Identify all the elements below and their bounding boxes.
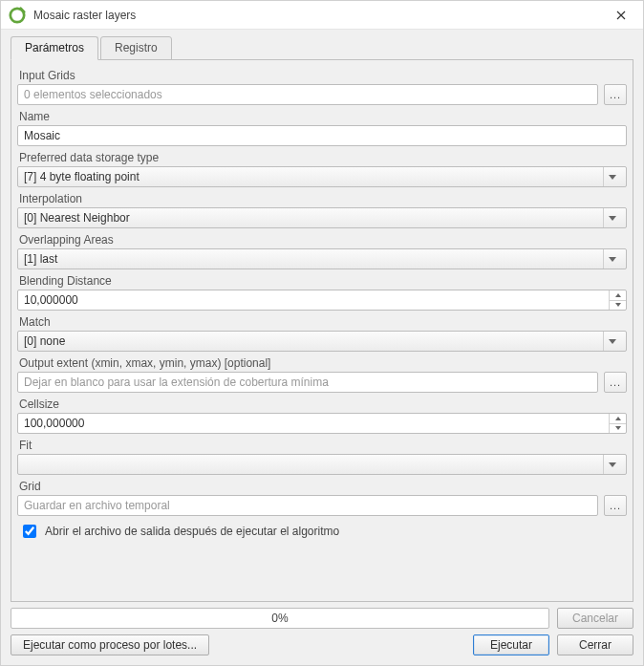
- input-grids-display[interactable]: 0 elementos seleccionados: [17, 84, 598, 105]
- close-button[interactable]: [607, 1, 635, 30]
- progress-text: 0%: [271, 612, 288, 625]
- label-name: Name: [17, 107, 627, 125]
- interpolation-select[interactable]: [0] Nearest Neighbor: [17, 207, 627, 228]
- label-interpolation: Interpolation: [17, 189, 627, 207]
- chevron-down-icon: [603, 249, 620, 269]
- titlebar: Mosaic raster layers: [1, 1, 643, 30]
- interpolation-value: [0] Nearest Neighbor: [24, 211, 603, 225]
- cellsize-value: 100,000000: [18, 414, 609, 433]
- cellsize-spinner[interactable]: 100,000000: [17, 413, 627, 434]
- run-button[interactable]: Ejecutar: [473, 634, 549, 655]
- chevron-down-icon: [603, 455, 620, 474]
- spinner-buttons: [609, 290, 626, 310]
- label-overlapping: Overlapping Areas: [17, 230, 627, 248]
- dialog-window: Mosaic raster layers Parámetros Registro…: [0, 0, 644, 666]
- open-output-checkbox[interactable]: [23, 525, 36, 538]
- spinner-down-icon[interactable]: [610, 301, 626, 311]
- spinner-down-icon[interactable]: [610, 424, 626, 434]
- overlapping-value: [1] last: [24, 252, 603, 266]
- label-grid: Grid: [17, 477, 627, 495]
- chevron-down-icon: [603, 167, 620, 186]
- open-output-label: Abrir el archivo de salida después de ej…: [45, 525, 339, 538]
- label-output-extent: Output extent (xmin, xmax, ymin, ymax) […: [17, 354, 627, 372]
- label-preferred-storage: Preferred data storage type: [17, 148, 627, 166]
- spinner-buttons: [609, 414, 626, 433]
- grid-output-browse-button[interactable]: ...: [604, 495, 627, 516]
- label-match: Match: [17, 312, 627, 331]
- parameters-panel: Input Grids 0 elementos seleccionados ..…: [11, 60, 633, 602]
- tab-registro[interactable]: Registro: [100, 36, 172, 60]
- name-input[interactable]: [17, 125, 627, 146]
- label-fit: Fit: [17, 436, 627, 454]
- label-input-grids: Input Grids: [17, 66, 627, 84]
- batch-button[interactable]: Ejecutar como proceso por lotes...: [11, 634, 209, 655]
- close-dialog-button[interactable]: Cerrar: [557, 634, 633, 655]
- chevron-down-icon: [603, 332, 620, 351]
- progress-bar: 0%: [11, 608, 549, 629]
- label-blending: Blending Distance: [17, 271, 627, 290]
- blending-value: 10,000000: [18, 290, 609, 310]
- fit-select[interactable]: [17, 454, 627, 475]
- output-extent-browse-button[interactable]: ...: [604, 372, 627, 393]
- close-icon: [616, 11, 626, 20]
- content-area: Parámetros Registro Input Grids 0 elemen…: [1, 30, 643, 665]
- blending-spinner[interactable]: 10,000000: [17, 290, 627, 311]
- chevron-down-icon: [603, 208, 620, 227]
- bottom-area: 0% Cancelar Ejecutar como proceso por lo…: [11, 602, 633, 655]
- label-cellsize: Cellsize: [17, 395, 627, 413]
- spinner-up-icon[interactable]: [610, 414, 626, 424]
- cancel-button[interactable]: Cancelar: [557, 608, 633, 629]
- tab-parametros[interactable]: Parámetros: [11, 36, 98, 60]
- overlapping-select[interactable]: [1] last: [17, 248, 627, 269]
- window-title: Mosaic raster layers: [33, 9, 607, 22]
- preferred-storage-value: [7] 4 byte floating point: [24, 170, 603, 183]
- spinner-up-icon[interactable]: [610, 290, 626, 301]
- tab-bar: Parámetros Registro: [11, 37, 633, 60]
- match-select[interactable]: [0] none: [17, 331, 627, 352]
- app-logo-icon: [9, 7, 26, 24]
- input-grids-browse-button[interactable]: ...: [604, 84, 627, 105]
- output-extent-input[interactable]: [17, 372, 598, 393]
- preferred-storage-select[interactable]: [7] 4 byte floating point: [17, 166, 627, 187]
- grid-output-input[interactable]: [17, 495, 598, 516]
- match-value: [0] none: [24, 334, 603, 348]
